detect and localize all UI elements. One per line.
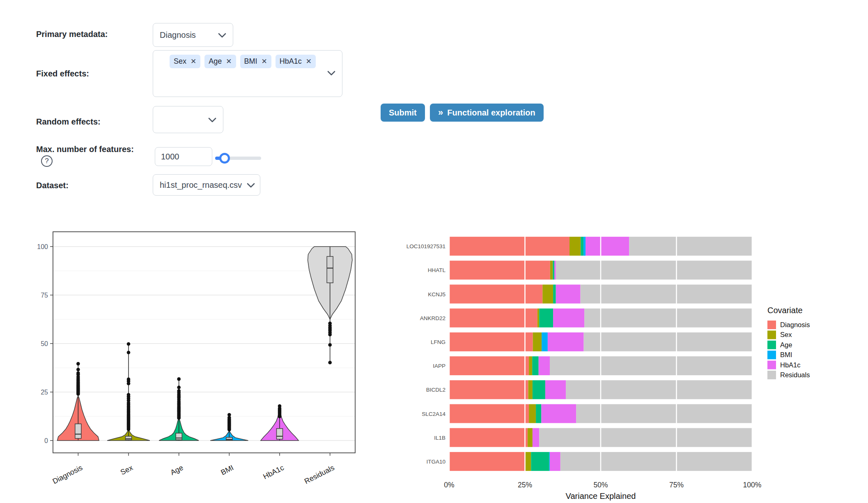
variance-violin-plot: 0255075100DiagnosisSexAgeBMIHbA1cResidua… xyxy=(31,227,359,494)
fixed-effect-tag: Age ✕ xyxy=(204,55,236,68)
dataset-select[interactable]: hi1st_proc_rnaseq.csv xyxy=(153,174,260,196)
bar-segment xyxy=(550,452,560,471)
submit-button-label: Submit xyxy=(389,108,417,118)
x-tick-label: 75% xyxy=(669,481,684,489)
bar-segment xyxy=(550,356,752,375)
x-tick-label: 50% xyxy=(593,481,608,489)
bar-segment xyxy=(531,452,549,471)
chevron-down-icon xyxy=(218,30,226,40)
variance-explained-barchart: LOC101927531HHATLKCNJ5ANKRD22LFNGIAPPBIC… xyxy=(404,227,868,502)
bar-segment xyxy=(553,309,584,328)
legend-label: Diagnosis xyxy=(780,321,810,328)
gene-label: IAPP xyxy=(433,363,445,369)
max-features-input[interactable]: 1000 xyxy=(155,147,212,166)
tag-label: Age xyxy=(209,57,222,66)
bar-segment xyxy=(548,332,584,351)
chevron-down-icon xyxy=(247,180,255,190)
double-chevron-right-icon: » xyxy=(438,108,443,117)
tag-label: Sex xyxy=(174,57,186,66)
bar-segment xyxy=(583,237,586,256)
outlier-dot xyxy=(127,342,131,346)
bar-segment xyxy=(449,237,569,256)
legend-swatch xyxy=(767,371,776,379)
bar-segment xyxy=(560,452,752,471)
bar-segment xyxy=(449,309,537,328)
bar-segment xyxy=(556,261,752,279)
legend-label: Sex xyxy=(780,331,792,338)
gene-label: SLC2A14 xyxy=(422,411,445,417)
y-tick-label: 25 xyxy=(41,389,48,396)
legend-swatch xyxy=(767,330,776,339)
y-tick-label: 50 xyxy=(41,340,48,347)
bar-segment xyxy=(449,261,550,279)
fixed-effect-tag: Sex ✕ xyxy=(170,55,200,68)
x-category-label: Age xyxy=(169,464,185,477)
outlier-dot xyxy=(328,333,332,337)
bar-segment xyxy=(581,237,583,256)
max-features-value: 1000 xyxy=(161,152,179,162)
outlier-dot xyxy=(76,362,80,366)
bar-segment xyxy=(584,309,752,328)
x-tick-label: 100% xyxy=(743,481,762,489)
x-tick-label: 0% xyxy=(444,481,454,489)
bar-segment xyxy=(449,428,528,447)
slider-handle[interactable] xyxy=(219,153,230,164)
bar-segment xyxy=(449,332,533,351)
boxplot-box xyxy=(176,433,182,440)
bar-segment xyxy=(539,428,752,447)
remove-tag-icon[interactable]: ✕ xyxy=(262,58,267,65)
gene-label: BICDL2 xyxy=(426,387,445,393)
primary-metadata-select[interactable]: Diagnosis xyxy=(153,23,233,47)
bar-segment xyxy=(556,285,581,304)
x-category-label: Diagnosis xyxy=(51,464,84,486)
primary-metadata-value: Diagnosis xyxy=(160,30,196,40)
remove-tag-icon[interactable]: ✕ xyxy=(306,58,312,65)
bar-segment xyxy=(536,404,541,423)
bar-segment xyxy=(542,332,548,351)
x-category-label: HbA1c xyxy=(262,464,285,481)
x-category-label: BMI xyxy=(220,464,235,477)
outlier-dot xyxy=(76,371,80,375)
legend-swatch xyxy=(767,341,776,349)
legend-label: Residuals xyxy=(780,371,810,378)
bar-segment xyxy=(549,452,550,471)
boxplot-box xyxy=(126,436,132,440)
dataset-label: Dataset: xyxy=(36,181,69,190)
fixed-effects-multiselect[interactable]: Sex ✕ Age ✕ BMI ✕ HbA1c ✕ xyxy=(153,50,342,97)
bar-segment xyxy=(532,356,539,375)
outlier-dot xyxy=(328,361,332,365)
bar-segment xyxy=(528,428,533,447)
y-tick-label: 75 xyxy=(41,292,48,299)
fixed-effects-label: Fixed effects: xyxy=(36,69,89,78)
bar-segment xyxy=(539,309,553,328)
gene-label: ANKRD22 xyxy=(420,315,445,321)
max-features-slider[interactable] xyxy=(215,157,261,160)
help-icon[interactable]: ? xyxy=(41,155,53,167)
bar-segment xyxy=(528,380,533,399)
outlier-dot xyxy=(328,343,332,347)
functional-exploration-button[interactable]: » Functional exploration xyxy=(430,104,544,122)
bar-segment xyxy=(553,261,554,279)
gene-label: LFNG xyxy=(431,339,445,345)
functional-exploration-label: Functional exploration xyxy=(447,108,535,118)
x-axis-title: Variance Explained xyxy=(566,491,636,501)
x-category-label: Sex xyxy=(119,464,134,477)
remove-tag-icon[interactable]: ✕ xyxy=(226,58,232,65)
submit-button[interactable]: Submit xyxy=(381,104,425,122)
remove-tag-icon[interactable]: ✕ xyxy=(191,58,196,65)
legend-label: Age xyxy=(780,341,792,348)
outlier-dot xyxy=(127,393,131,397)
outlier-dot xyxy=(76,368,80,371)
bar-segment xyxy=(545,380,566,399)
random-effects-select[interactable] xyxy=(153,106,223,133)
bar-segment xyxy=(529,404,536,423)
tag-label: BMI xyxy=(244,57,257,66)
bar-segment xyxy=(569,237,581,256)
bar-segment xyxy=(449,380,528,399)
boxplot-box xyxy=(277,429,283,439)
outlier-dot xyxy=(127,351,131,354)
bar-segment xyxy=(449,285,542,304)
legend-label: HbA1c xyxy=(780,361,801,369)
fixed-effect-tag: HbA1c ✕ xyxy=(276,55,316,68)
bar-segment xyxy=(533,428,539,447)
